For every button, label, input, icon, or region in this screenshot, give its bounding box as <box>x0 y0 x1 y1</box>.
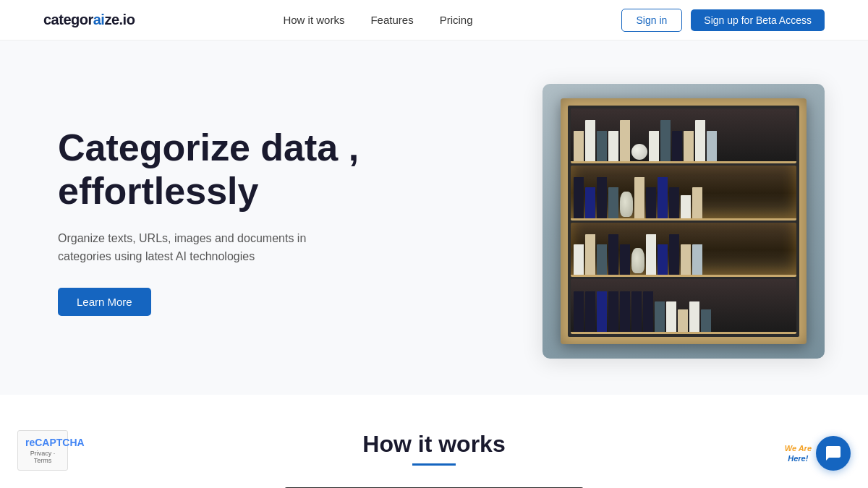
book <box>660 120 671 161</box>
book <box>585 120 595 161</box>
book <box>597 244 607 275</box>
chat-widget: We Are Here! <box>785 436 851 471</box>
book <box>669 187 679 218</box>
book <box>678 309 688 333</box>
book <box>608 131 618 162</box>
book <box>649 131 659 162</box>
book <box>608 187 618 218</box>
book <box>574 291 584 333</box>
book <box>689 301 699 333</box>
book <box>608 234 618 275</box>
book <box>597 131 607 162</box>
book <box>597 291 607 333</box>
book <box>646 187 656 218</box>
recaptcha-logo: reCAPTCHA <box>25 437 60 448</box>
chat-bubble-line2: Here! <box>788 454 808 463</box>
chat-icon <box>825 445 842 462</box>
how-section-title: How it works <box>43 431 825 458</box>
nav-how-it-works[interactable]: How it works <box>283 14 344 26</box>
book <box>646 234 656 275</box>
hero-text-block: Categorize data , effortlessly Organize … <box>58 127 362 316</box>
book <box>707 131 717 162</box>
shelf-row-1 <box>571 108 796 163</box>
nav-actions: Sign in Sign up for Beta Access <box>621 9 825 32</box>
hero-subtitle: Organize texts, URLs, images and documen… <box>58 229 362 266</box>
signin-button[interactable]: Sign in <box>621 9 683 32</box>
shelf-row-2 <box>571 166 796 221</box>
book <box>701 309 711 333</box>
vase-decor <box>620 192 633 217</box>
sphere-decor <box>631 144 647 160</box>
book <box>574 131 584 162</box>
book <box>695 120 705 161</box>
book <box>666 301 676 333</box>
book <box>585 234 595 275</box>
book <box>658 244 668 275</box>
book <box>634 177 644 218</box>
vase-decor-2 <box>631 248 644 273</box>
recaptcha-privacy[interactable]: Privacy <box>30 450 52 457</box>
book <box>669 234 679 275</box>
book <box>608 291 618 333</box>
bookshelf-illustration <box>542 84 825 359</box>
shelf-row-3 <box>571 223 796 278</box>
book <box>692 244 702 275</box>
signup-button[interactable]: Sign up for Beta Access <box>691 9 825 31</box>
chat-open-button[interactable] <box>816 436 851 471</box>
recaptcha-links: Privacy · Terms <box>25 450 60 464</box>
book <box>681 244 691 275</box>
logo[interactable]: categoraize.io <box>43 12 135 28</box>
section-title-underline <box>412 463 456 466</box>
book <box>574 177 584 218</box>
learn-more-button[interactable]: Learn More <box>58 288 151 316</box>
shelf-inner <box>568 106 799 337</box>
book <box>672 131 682 162</box>
nav-pricing[interactable]: Pricing <box>440 14 473 26</box>
book <box>597 177 607 218</box>
navbar: categoraize.io How it works Features Pri… <box>0 0 868 40</box>
how-it-works-section: How it works C Organize Data into Catego… <box>0 395 868 488</box>
recaptcha-terms[interactable]: Terms <box>34 457 52 464</box>
book <box>620 291 630 333</box>
hero-image <box>542 84 825 359</box>
book <box>692 187 702 218</box>
chat-bubble-line1: We Are <box>785 444 812 453</box>
nav-features[interactable]: Features <box>370 14 413 26</box>
logo-text-main: categor <box>43 12 93 27</box>
book <box>684 131 694 162</box>
book <box>681 195 691 218</box>
hero-title: Categorize data , effortlessly <box>58 127 362 213</box>
book <box>655 301 665 333</box>
hero-section: Categorize data , effortlessly Organize … <box>0 40 868 395</box>
logo-ai-highlight: ai <box>93 12 105 27</box>
logo-text-ze: ze.io <box>104 12 135 27</box>
book <box>585 187 595 218</box>
book <box>620 244 630 275</box>
book <box>574 244 584 275</box>
recaptcha-badge: reCAPTCHA Privacy · Terms <box>17 430 68 471</box>
shelf-frame <box>561 98 807 344</box>
recaptcha-separator: · <box>54 450 56 457</box>
shelf-row-4 <box>571 279 796 334</box>
book <box>585 291 595 333</box>
nav-links: How it works Features Pricing <box>283 14 472 26</box>
book <box>643 291 653 333</box>
book <box>631 291 642 333</box>
book <box>620 120 630 161</box>
book <box>658 177 668 218</box>
